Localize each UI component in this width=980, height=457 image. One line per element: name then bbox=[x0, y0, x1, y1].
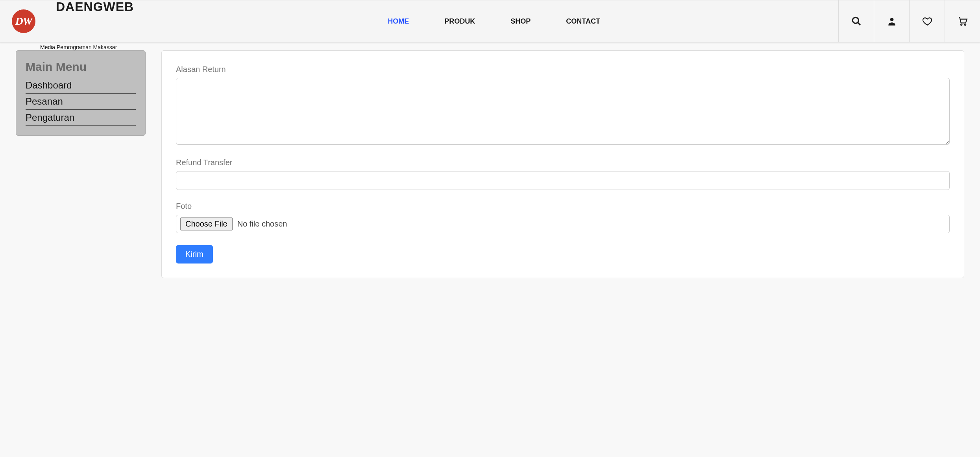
heart-icon bbox=[922, 16, 932, 26]
sidebar-item-pengaturan[interactable]: Pengaturan bbox=[26, 110, 136, 126]
nav-home[interactable]: HOME bbox=[388, 17, 409, 26]
cart-button[interactable] bbox=[945, 0, 980, 42]
wishlist-button[interactable] bbox=[909, 0, 945, 42]
alasan-return-label: Alasan Return bbox=[176, 65, 950, 74]
sidebar: Main Menu Dashboard Pesanan Pengaturan bbox=[16, 50, 146, 136]
header-actions bbox=[838, 0, 980, 42]
foto-label: Foto bbox=[176, 202, 950, 211]
svg-point-0 bbox=[852, 17, 858, 23]
brand-mark: DW bbox=[12, 9, 35, 33]
file-status: No file chosen bbox=[237, 219, 287, 228]
svg-line-1 bbox=[858, 22, 860, 25]
header: DW DAENGWEB Media Pemrograman Makassar H… bbox=[0, 0, 980, 42]
account-button[interactable] bbox=[874, 0, 909, 42]
primary-nav: HOME PRODUK SHOP CONTACT bbox=[150, 17, 838, 26]
search-button[interactable] bbox=[838, 0, 874, 42]
choose-file-button[interactable]: Choose File bbox=[180, 217, 233, 230]
main: Main Menu Dashboard Pesanan Pengaturan A… bbox=[0, 42, 980, 310]
nav-shop[interactable]: SHOP bbox=[510, 17, 531, 26]
sidebar-title: Main Menu bbox=[26, 60, 136, 74]
refund-transfer-label: Refund Transfer bbox=[176, 158, 950, 167]
svg-point-3 bbox=[961, 24, 962, 25]
brand-logo[interactable]: DW DAENGWEB Media Pemrograman Makassar bbox=[12, 0, 150, 50]
nav-contact[interactable]: CONTACT bbox=[566, 17, 600, 26]
field-refund-transfer: Refund Transfer bbox=[176, 158, 950, 190]
brand-name: DAENGWEB bbox=[40, 0, 150, 44]
field-alasan-return: Alasan Return bbox=[176, 65, 950, 146]
brand-text: DAENGWEB Media Pemrograman Makassar bbox=[40, 0, 150, 50]
refund-transfer-input[interactable] bbox=[176, 171, 950, 190]
content-panel: Alasan Return Refund Transfer Foto Choos… bbox=[161, 50, 964, 278]
svg-point-4 bbox=[964, 24, 965, 25]
brand-tagline: Media Pemrograman Makassar bbox=[40, 44, 150, 50]
cart-icon bbox=[958, 16, 968, 26]
sidebar-item-dashboard[interactable]: Dashboard bbox=[26, 77, 136, 94]
search-icon bbox=[851, 16, 862, 26]
submit-button[interactable]: Kirim bbox=[176, 245, 213, 264]
svg-point-2 bbox=[890, 18, 893, 21]
field-foto: Foto Choose File No file chosen bbox=[176, 202, 950, 233]
nav-produk[interactable]: PRODUK bbox=[444, 17, 475, 26]
alasan-return-input[interactable] bbox=[176, 78, 950, 145]
sidebar-item-pesanan[interactable]: Pesanan bbox=[26, 94, 136, 110]
user-icon bbox=[887, 16, 897, 26]
foto-file-input[interactable]: Choose File No file chosen bbox=[176, 215, 950, 233]
